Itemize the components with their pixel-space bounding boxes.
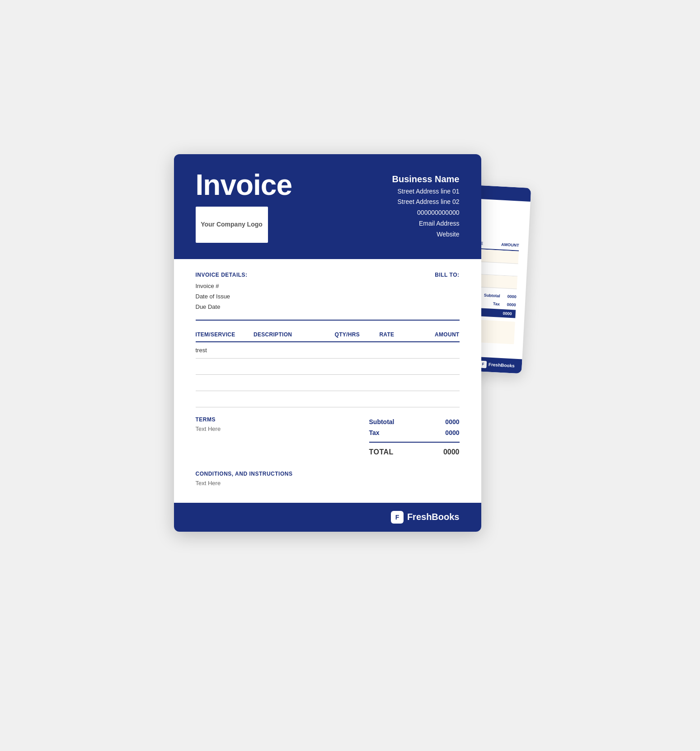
address-line2: Street Address line 02	[392, 197, 460, 208]
back-subtotal-label: Subtotal	[484, 291, 500, 300]
total-label: TOTAL	[369, 448, 394, 456]
invoice-header-right: Business Name Street Address line 01 Str…	[392, 174, 460, 240]
row4-amount	[407, 391, 460, 407]
row1-rate	[367, 342, 407, 359]
row4-desc	[254, 391, 328, 407]
invoice-header: Invoice Your Company Logo Business Name …	[174, 154, 481, 259]
invoice-number-label: Invoice #	[196, 281, 248, 291]
row4-qty	[327, 391, 367, 407]
tax-value: 0000	[445, 429, 459, 436]
subtotal-row: Subtotal 0000	[369, 416, 460, 427]
date-of-issue-label: Date of Issue	[196, 291, 248, 302]
subtotal-value: 0000	[445, 418, 459, 425]
email: Email Address	[392, 218, 460, 229]
bill-to-label: BILL TO:	[435, 272, 459, 312]
terms-label: TERMS	[196, 416, 369, 423]
row2-amount	[407, 358, 460, 374]
conditions-label: CONDITIONS, AND INSTRUCTIONS	[196, 471, 460, 477]
table-row	[196, 391, 460, 407]
freshbooks-logo: F FreshBooks	[391, 511, 460, 524]
col-amount: AMOUNT	[407, 328, 460, 342]
back-subtotal-value: 0000	[507, 292, 517, 301]
terms-section: TERMS Text Here	[196, 416, 369, 432]
col-rate: RATE	[367, 328, 407, 342]
row3-amount	[407, 374, 460, 391]
back-freshbooks-logo: F FreshBooks	[479, 360, 515, 369]
logo-text: Your Company Logo	[201, 220, 263, 228]
back-col-amount: AMOUNT	[496, 241, 519, 247]
invoice-title: Invoice	[196, 170, 292, 199]
back-tax-label: Tax	[493, 299, 500, 308]
row2-desc	[254, 358, 328, 374]
row1-amount	[407, 342, 460, 359]
totals-section: Subtotal 0000 Tax 0000 TOTAL 0000	[369, 416, 460, 458]
invoice-header-left: Invoice Your Company Logo	[196, 170, 292, 243]
col-description: DESCRIPTION	[254, 328, 328, 342]
table-row: trest	[196, 342, 460, 359]
address-line1: Street Address line 01	[392, 186, 460, 197]
invoice-details-label: INVOICE DETAILS:	[196, 272, 248, 278]
row3-qty	[327, 374, 367, 391]
table-header-row: ITEM/SERVICE DESCRIPTION QTY/HRS RATE AM…	[196, 328, 460, 342]
totals-divider	[369, 442, 460, 443]
invoice-scene: INVOICE DETAILS: Invoice # 0000 Date of …	[174, 154, 526, 597]
invoice-table: ITEM/SERVICE DESCRIPTION QTY/HRS RATE AM…	[196, 328, 460, 407]
row3-desc	[254, 374, 328, 391]
terms-text: Text Here	[196, 425, 369, 432]
invoice-details-left: INVOICE DETAILS: Invoice # Date of Issue…	[196, 272, 248, 312]
row2-rate	[367, 358, 407, 374]
invoice-front: Invoice Your Company Logo Business Name …	[174, 154, 481, 532]
header-divider	[196, 320, 460, 321]
row4-item	[196, 391, 254, 407]
row1-desc	[254, 342, 328, 359]
total-row: TOTAL 0000	[369, 446, 460, 458]
back-freshbooks-brand: FreshBooks	[488, 362, 514, 368]
back-tax-value: 0000	[507, 300, 516, 309]
logo-box: Your Company Logo	[196, 207, 268, 243]
row1-item: trest	[196, 342, 254, 359]
tax-row: Tax 0000	[369, 427, 460, 438]
phone: 000000000000	[392, 208, 460, 218]
invoice-bottom: TERMS Text Here Subtotal 0000 Tax 0000 T…	[174, 407, 481, 471]
conditions-text: Text Here	[196, 480, 460, 486]
col-qty-hrs: QTY/HRS	[327, 328, 367, 342]
freshbooks-brand: FreshBooks	[407, 512, 460, 522]
total-value: 0000	[443, 448, 460, 456]
row2-qty	[327, 358, 367, 374]
back-freshbooks-letter: F	[482, 362, 484, 366]
due-date-label: Due Date	[196, 302, 248, 312]
col-item-service: ITEM/SERVICE	[196, 328, 254, 342]
subtotal-label: Subtotal	[369, 418, 395, 425]
row4-rate	[367, 391, 407, 407]
freshbooks-letter: F	[395, 514, 399, 521]
row1-qty	[327, 342, 367, 359]
row3-rate	[367, 374, 407, 391]
website: Website	[392, 229, 460, 240]
table-row	[196, 374, 460, 391]
invoice-footer: F FreshBooks	[174, 503, 481, 532]
freshbooks-icon: F	[391, 511, 404, 524]
row2-item	[196, 358, 254, 374]
conditions-section: CONDITIONS, AND INSTRUCTIONS Text Here	[174, 471, 481, 497]
row3-item	[196, 374, 254, 391]
invoice-details-row: INVOICE DETAILS: Invoice # Date of Issue…	[196, 272, 460, 312]
back-total-value: 0000	[503, 311, 512, 316]
table-row	[196, 358, 460, 374]
tax-label: Tax	[369, 429, 380, 436]
business-name: Business Name	[392, 174, 460, 184]
invoice-body: INVOICE DETAILS: Invoice # Date of Issue…	[174, 259, 481, 407]
